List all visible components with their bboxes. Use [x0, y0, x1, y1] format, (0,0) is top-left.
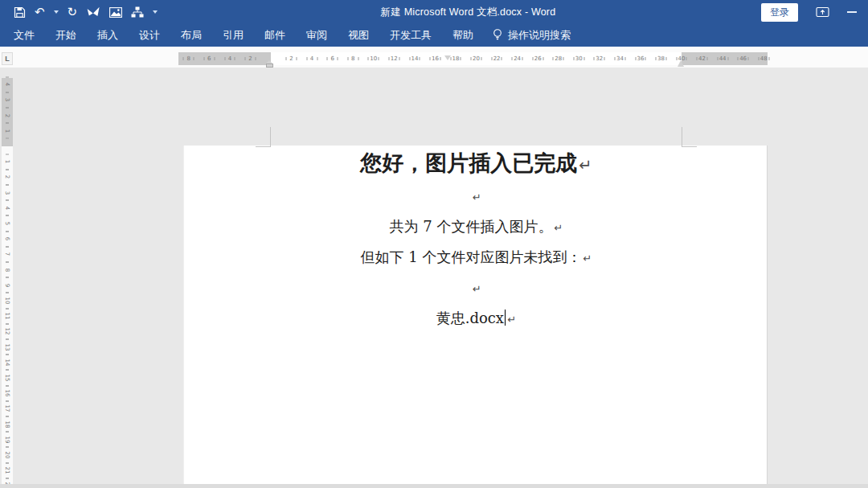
sign-in-button[interactable]: 登录	[761, 3, 798, 22]
ruler-number: 22	[493, 55, 501, 62]
ruler-number: 4	[310, 55, 313, 62]
ruler-number: 1	[4, 129, 10, 133]
ruler-number: 18	[452, 55, 460, 62]
ruler-number: 30	[575, 55, 583, 62]
window-title: 新建 Microsoft Word 文档.docx - Word	[175, 6, 761, 19]
save-icon[interactable]	[14, 6, 26, 18]
ruler-number: 16	[4, 390, 10, 397]
ruler-tick	[6, 447, 9, 448]
tab-layout[interactable]: 布局	[170, 24, 212, 47]
insert-picture-icon[interactable]	[109, 7, 122, 18]
ruler-tick	[563, 57, 564, 60]
ruler-tick	[738, 57, 739, 60]
tab-mailings[interactable]: 邮件	[254, 24, 296, 47]
tab-developer[interactable]: 开发工具	[379, 24, 442, 47]
ruler-tick	[6, 400, 9, 401]
ruler-tick	[553, 57, 554, 60]
tab-view[interactable]: 视图	[338, 24, 379, 47]
doc-body-line: 黄忠.docx↵	[271, 304, 682, 334]
ruler-number: 3	[4, 98, 10, 101]
undo-icon[interactable]: ↶	[35, 6, 45, 18]
ruler-tick	[615, 57, 616, 60]
ruler-number: 6	[330, 55, 334, 62]
ruler-tick	[440, 57, 440, 60]
paragraph-mark: ↵	[473, 283, 481, 295]
ruler-number: 20	[4, 452, 10, 459]
ruler-number: 2	[4, 175, 10, 178]
ruler-tick	[6, 231, 9, 232]
tab-home[interactable]: 开始	[45, 24, 87, 47]
ruler-number: 28	[555, 55, 562, 62]
minimize-icon[interactable]	[847, 11, 857, 13]
ruler-tick	[388, 57, 389, 60]
ruler-number: 17	[4, 405, 10, 412]
ruler-tick	[676, 57, 677, 60]
tab-insert[interactable]: 插入	[87, 24, 129, 47]
ruler-tick	[306, 57, 307, 60]
tab-stop-selector[interactable]: L	[2, 52, 13, 65]
ruler-tick	[204, 57, 205, 60]
tab-file[interactable]: 文件	[3, 24, 45, 47]
tell-me-label: 操作说明搜索	[508, 28, 571, 43]
ruler-tick	[491, 57, 492, 60]
vertical-ruler[interactable]: 432112345678910111213141516171819202122	[2, 78, 13, 488]
ruler-tick	[399, 57, 399, 60]
ruler-number: 13	[4, 343, 10, 351]
ruler-tick	[255, 57, 256, 60]
ruler-number: 2	[289, 55, 293, 62]
ruler-tick	[706, 57, 707, 60]
tell-me-search[interactable]: 操作说明搜索	[492, 28, 571, 43]
doc-body-line: 共为 7 个文件插入图片。↵	[271, 212, 682, 243]
ruler-tick	[686, 57, 687, 60]
qat-customize-icon[interactable]	[153, 10, 158, 14]
ruler-number: 8	[351, 55, 354, 62]
ruler-tick	[214, 57, 215, 60]
org-chart-icon[interactable]	[131, 6, 144, 18]
ruler-tick	[748, 57, 749, 60]
ruler-tick	[6, 262, 9, 263]
tab-references[interactable]: 引用	[212, 24, 254, 47]
doc-body-line: 但如下 1 个文件对应图片未找到：↵	[271, 243, 682, 273]
paragraph-text: 共为 7 个文件插入图片。	[390, 218, 553, 235]
ruler-tick	[6, 293, 9, 293]
title-bar: ↶ ↻ 新建 Microsoft Word 文档.docx - Word 登录	[0, 0, 868, 24]
ruler-number: 46	[739, 55, 747, 62]
ruler-number: 10	[370, 55, 377, 62]
ruler-number: 18	[4, 420, 10, 428]
ruler-tick	[235, 57, 235, 60]
ruler-number: 8	[4, 268, 10, 271]
ruler-tick	[461, 57, 461, 60]
tab-review[interactable]: 审阅	[296, 24, 338, 47]
ruler-tick	[768, 57, 769, 60]
ruler-tick	[194, 57, 194, 60]
ruler-number: 20	[473, 55, 480, 62]
ruler-tick	[224, 57, 225, 60]
right-indent-marker[interactable]	[678, 60, 684, 67]
ruler-number: 2	[248, 55, 252, 62]
document-content[interactable]: 您好，图片插入已完成↵ ↵ 共为 7 个文件插入图片。↵ 但如下 1 个文件对应…	[271, 147, 682, 334]
paragraph-text: 但如下 1 个文件对应图片未找到：	[361, 248, 582, 265]
tab-design[interactable]: 设计	[129, 24, 170, 47]
tab-help[interactable]: 帮助	[442, 24, 484, 47]
addin-butterfly-icon[interactable]	[86, 6, 100, 18]
ruler-number: 1	[4, 160, 10, 163]
v-ruler-top-margin	[2, 78, 13, 146]
ruler-tick	[665, 57, 666, 60]
ruler-tick	[635, 57, 636, 60]
paragraph-mark: ↵	[579, 156, 592, 174]
horizontal-scrollbar-track[interactable]	[0, 484, 868, 488]
ruler-number: 21	[4, 467, 10, 474]
paragraph-mark: ↵	[473, 191, 481, 203]
redo-icon[interactable]: ↻	[68, 6, 78, 18]
ruler-tick	[481, 57, 481, 60]
undo-dropdown-icon[interactable]	[54, 10, 59, 14]
ruler-number: 4	[4, 207, 10, 210]
word-window: ↶ ↻ 新建 Microsoft Word 文档.docx - Word 登录	[0, 0, 868, 488]
ruler-tick	[338, 57, 338, 60]
ruler-tick	[727, 57, 728, 60]
ruler-number: 14	[411, 55, 418, 62]
ruler-number: 16	[432, 55, 439, 62]
ruler-tick	[645, 57, 646, 60]
ribbon-display-options-icon[interactable]	[816, 6, 829, 18]
paragraph-mark: ↵	[555, 222, 563, 234]
